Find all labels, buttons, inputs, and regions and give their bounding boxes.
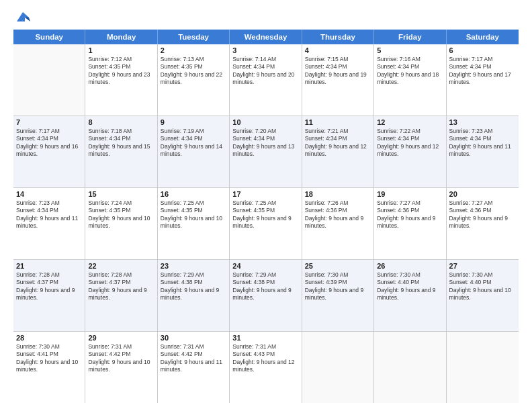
day-info: Sunrise: 7:28 AM Sunset: 4:37 PM Dayligh… xyxy=(16,271,82,302)
day-info: Sunrise: 7:22 AM Sunset: 4:34 PM Dayligh… xyxy=(377,128,443,158)
calendar-body: 1Sunrise: 7:12 AM Sunset: 4:35 PM Daylig… xyxy=(13,44,519,403)
day-info: Sunrise: 7:24 AM Sunset: 4:35 PM Dayligh… xyxy=(88,199,154,230)
day-info: Sunrise: 7:27 AM Sunset: 4:36 PM Dayligh… xyxy=(377,199,443,230)
day-info: Sunrise: 7:30 AM Sunset: 4:40 PM Dayligh… xyxy=(449,271,516,302)
day-info: Sunrise: 7:26 AM Sunset: 4:36 PM Dayligh… xyxy=(305,199,371,230)
day-number: 21 xyxy=(16,262,82,270)
calendar-week-4: 21Sunrise: 7:28 AM Sunset: 4:37 PM Dayli… xyxy=(13,260,519,332)
day-number: 25 xyxy=(305,262,371,270)
day-info: Sunrise: 7:30 AM Sunset: 4:39 PM Dayligh… xyxy=(305,271,371,302)
svg-marker-1 xyxy=(25,17,30,21)
day-cell-empty xyxy=(302,332,374,403)
day-cell-31: 31Sunrise: 7:31 AM Sunset: 4:43 PM Dayli… xyxy=(230,332,302,403)
header xyxy=(13,12,519,23)
header-day-sunday: Sunday xyxy=(13,30,85,44)
day-number: 17 xyxy=(232,190,298,198)
day-info: Sunrise: 7:17 AM Sunset: 4:34 PM Dayligh… xyxy=(449,56,516,87)
page: SundayMondayTuesdayWednesdayThursdayFrid… xyxy=(0,0,532,411)
day-info: Sunrise: 7:31 AM Sunset: 4:43 PM Dayligh… xyxy=(232,343,298,374)
day-info: Sunrise: 7:25 AM Sunset: 4:35 PM Dayligh… xyxy=(232,199,298,230)
day-number: 26 xyxy=(377,262,443,270)
day-info: Sunrise: 7:30 AM Sunset: 4:40 PM Dayligh… xyxy=(377,271,443,302)
header-day-saturday: Saturday xyxy=(447,30,519,44)
day-cell-26: 26Sunrise: 7:30 AM Sunset: 4:40 PM Dayli… xyxy=(374,260,446,331)
header-day-tuesday: Tuesday xyxy=(158,30,230,44)
day-cell-28: 28Sunrise: 7:30 AM Sunset: 4:41 PM Dayli… xyxy=(13,332,85,403)
day-info: Sunrise: 7:31 AM Sunset: 4:42 PM Dayligh… xyxy=(88,343,154,374)
header-day-friday: Friday xyxy=(374,30,446,44)
day-cell-12: 12Sunrise: 7:22 AM Sunset: 4:34 PM Dayli… xyxy=(374,116,446,187)
day-cell-11: 11Sunrise: 7:21 AM Sunset: 4:34 PM Dayli… xyxy=(302,116,374,187)
day-number: 23 xyxy=(161,262,226,270)
day-info: Sunrise: 7:25 AM Sunset: 4:35 PM Dayligh… xyxy=(161,199,226,230)
day-number: 10 xyxy=(232,118,298,126)
day-info: Sunrise: 7:28 AM Sunset: 4:37 PM Dayligh… xyxy=(88,271,154,302)
day-number: 1 xyxy=(88,46,154,54)
day-number: 30 xyxy=(161,334,226,342)
day-cell-24: 24Sunrise: 7:29 AM Sunset: 4:38 PM Dayli… xyxy=(230,260,302,331)
calendar-week-3: 14Sunrise: 7:23 AM Sunset: 4:34 PM Dayli… xyxy=(13,188,519,260)
calendar: SundayMondayTuesdayWednesdayThursdayFrid… xyxy=(13,30,519,403)
day-info: Sunrise: 7:17 AM Sunset: 4:34 PM Dayligh… xyxy=(16,128,82,158)
day-cell-3: 3Sunrise: 7:14 AM Sunset: 4:34 PM Daylig… xyxy=(230,44,302,116)
day-cell-21: 21Sunrise: 7:28 AM Sunset: 4:37 PM Dayli… xyxy=(13,260,85,331)
day-cell-10: 10Sunrise: 7:20 AM Sunset: 4:34 PM Dayli… xyxy=(230,116,302,187)
day-number: 19 xyxy=(377,190,443,198)
svg-marker-0 xyxy=(17,12,29,21)
day-number: 2 xyxy=(161,46,226,54)
day-number: 16 xyxy=(161,190,226,198)
day-info: Sunrise: 7:20 AM Sunset: 4:34 PM Dayligh… xyxy=(232,128,298,158)
day-number: 11 xyxy=(305,118,371,126)
day-number: 15 xyxy=(88,190,154,198)
day-number: 7 xyxy=(16,118,82,126)
day-number: 24 xyxy=(232,262,298,270)
day-cell-27: 27Sunrise: 7:30 AM Sunset: 4:40 PM Dayli… xyxy=(447,260,519,331)
day-cell-6: 6Sunrise: 7:17 AM Sunset: 4:34 PM Daylig… xyxy=(447,44,519,116)
day-cell-13: 13Sunrise: 7:23 AM Sunset: 4:34 PM Dayli… xyxy=(447,116,519,187)
day-info: Sunrise: 7:23 AM Sunset: 4:34 PM Dayligh… xyxy=(449,128,516,158)
day-cell-18: 18Sunrise: 7:26 AM Sunset: 4:36 PM Dayli… xyxy=(302,188,374,259)
day-cell-empty xyxy=(447,332,519,403)
day-cell-1: 1Sunrise: 7:12 AM Sunset: 4:35 PM Daylig… xyxy=(85,44,157,116)
day-number: 14 xyxy=(16,190,82,198)
day-number: 27 xyxy=(449,262,516,270)
day-cell-4: 4Sunrise: 7:15 AM Sunset: 4:34 PM Daylig… xyxy=(302,44,374,116)
day-number: 29 xyxy=(88,334,154,342)
day-number: 28 xyxy=(16,334,82,342)
day-info: Sunrise: 7:14 AM Sunset: 4:34 PM Dayligh… xyxy=(232,56,298,87)
day-cell-8: 8Sunrise: 7:18 AM Sunset: 4:34 PM Daylig… xyxy=(85,116,157,187)
day-info: Sunrise: 7:12 AM Sunset: 4:35 PM Dayligh… xyxy=(88,56,154,87)
day-info: Sunrise: 7:21 AM Sunset: 4:34 PM Dayligh… xyxy=(305,128,371,158)
day-number: 31 xyxy=(232,334,298,342)
logo-text xyxy=(13,12,30,23)
day-cell-empty xyxy=(13,44,85,116)
day-info: Sunrise: 7:30 AM Sunset: 4:41 PM Dayligh… xyxy=(16,343,82,374)
day-info: Sunrise: 7:29 AM Sunset: 4:38 PM Dayligh… xyxy=(232,271,298,302)
day-number: 20 xyxy=(449,190,516,198)
logo-icon xyxy=(15,11,30,23)
day-cell-empty xyxy=(374,332,446,403)
day-number: 6 xyxy=(449,46,516,54)
day-number: 18 xyxy=(305,190,371,198)
day-info: Sunrise: 7:18 AM Sunset: 4:34 PM Dayligh… xyxy=(88,128,154,158)
day-cell-2: 2Sunrise: 7:13 AM Sunset: 4:35 PM Daylig… xyxy=(158,44,230,116)
day-info: Sunrise: 7:23 AM Sunset: 4:34 PM Dayligh… xyxy=(16,199,82,230)
day-number: 3 xyxy=(232,46,298,54)
day-cell-14: 14Sunrise: 7:23 AM Sunset: 4:34 PM Dayli… xyxy=(13,188,85,259)
calendar-header: SundayMondayTuesdayWednesdayThursdayFrid… xyxy=(13,30,519,44)
day-cell-7: 7Sunrise: 7:17 AM Sunset: 4:34 PM Daylig… xyxy=(13,116,85,187)
day-cell-5: 5Sunrise: 7:16 AM Sunset: 4:34 PM Daylig… xyxy=(374,44,446,116)
day-number: 12 xyxy=(377,118,443,126)
calendar-week-1: 1Sunrise: 7:12 AM Sunset: 4:35 PM Daylig… xyxy=(13,44,519,116)
day-cell-25: 25Sunrise: 7:30 AM Sunset: 4:39 PM Dayli… xyxy=(302,260,374,331)
day-cell-30: 30Sunrise: 7:31 AM Sunset: 4:42 PM Dayli… xyxy=(158,332,230,403)
day-cell-15: 15Sunrise: 7:24 AM Sunset: 4:35 PM Dayli… xyxy=(85,188,157,259)
day-number: 4 xyxy=(305,46,371,54)
day-info: Sunrise: 7:15 AM Sunset: 4:34 PM Dayligh… xyxy=(305,56,371,87)
day-info: Sunrise: 7:29 AM Sunset: 4:38 PM Dayligh… xyxy=(161,271,226,302)
day-number: 5 xyxy=(377,46,443,54)
day-cell-19: 19Sunrise: 7:27 AM Sunset: 4:36 PM Dayli… xyxy=(374,188,446,259)
header-day-thursday: Thursday xyxy=(302,30,374,44)
day-cell-16: 16Sunrise: 7:25 AM Sunset: 4:35 PM Dayli… xyxy=(158,188,230,259)
day-cell-9: 9Sunrise: 7:19 AM Sunset: 4:34 PM Daylig… xyxy=(158,116,230,187)
